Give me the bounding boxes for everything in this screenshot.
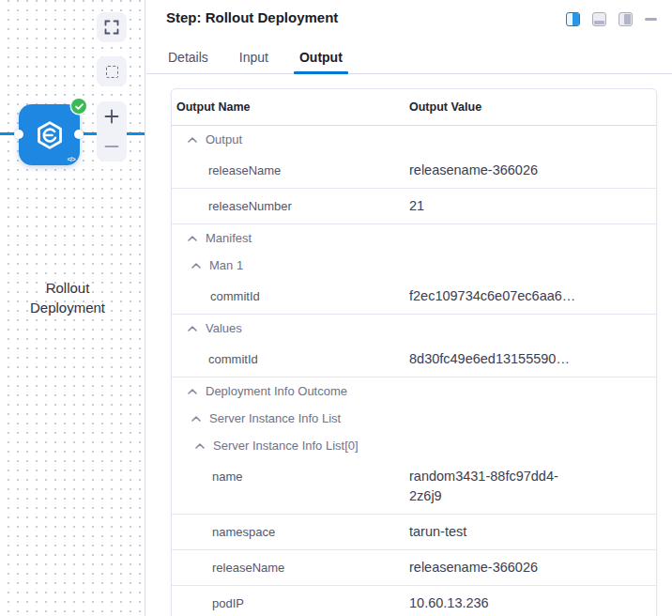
bottom-panel-icon[interactable] bbox=[592, 12, 606, 26]
node-output-port[interactable] bbox=[74, 130, 84, 139]
panel-header: Step: Rollout Deployment bbox=[146, 0, 672, 25]
collapse-chevron-icon[interactable] bbox=[188, 137, 197, 143]
output-key: podIP bbox=[172, 593, 409, 613]
output-value: releasename-366026 bbox=[409, 161, 583, 180]
step-node-rollout-deployment[interactable]: </> Rollout Deployment bbox=[19, 104, 80, 165]
code-glyph: </> bbox=[67, 156, 75, 162]
output-group-row: Man 1 bbox=[172, 252, 656, 279]
collapse-chevron-icon[interactable] bbox=[195, 443, 205, 449]
fullscreen-button[interactable] bbox=[97, 12, 127, 42]
output-group-row: Deployment Info Outcome bbox=[172, 377, 656, 405]
output-kv-row: releaseNumber21 bbox=[172, 189, 656, 224]
success-check-icon bbox=[71, 99, 86, 114]
rollout-deployment-hexagon-swirl-icon bbox=[35, 120, 65, 150]
node-label: Rollout Deployment bbox=[11, 278, 124, 317]
output-key: releaseName bbox=[172, 161, 409, 180]
node-input-port[interactable] bbox=[14, 130, 23, 139]
output-value: random3431-88fc97dd4-2z6j9 bbox=[409, 467, 583, 506]
output-table-header: Output Name Output Value bbox=[172, 89, 656, 126]
group-label: Deployment Info Outcome bbox=[206, 384, 347, 398]
group-label: Server Instance Info List[0] bbox=[213, 439, 359, 453]
output-group-row: Values bbox=[172, 315, 656, 342]
output-key: name bbox=[172, 467, 409, 486]
output-kv-row: namespacetarun-test bbox=[172, 515, 656, 550]
output-key: commitId bbox=[172, 286, 409, 306]
output-group-row: Manifest bbox=[172, 224, 656, 252]
marquee-select-icon bbox=[106, 66, 118, 78]
right-panel-icon[interactable] bbox=[619, 12, 633, 26]
group-label: Server Instance Info List bbox=[209, 411, 341, 425]
group-label: Man 1 bbox=[209, 258, 243, 272]
split-view-icon[interactable] bbox=[566, 12, 580, 26]
zoom-out-icon[interactable] bbox=[104, 139, 119, 154]
fullscreen-icon bbox=[104, 20, 119, 35]
tab-output[interactable]: Output bbox=[298, 41, 344, 73]
output-group-row: Output bbox=[172, 126, 656, 153]
collapse-chevron-icon[interactable] bbox=[191, 416, 201, 422]
output-value: 10.60.13.236 bbox=[409, 593, 583, 613]
step-details-panel: Step: Rollout Deployment DetailsInputOut… bbox=[146, 0, 672, 616]
window-controls bbox=[566, 12, 657, 26]
minimize-icon[interactable] bbox=[645, 18, 657, 21]
collapse-chevron-icon[interactable] bbox=[188, 236, 197, 241]
zoom-in-icon[interactable] bbox=[104, 109, 119, 124]
tab-input[interactable]: Input bbox=[237, 41, 270, 73]
column-header-output-name: Output Name bbox=[172, 100, 409, 114]
output-value: 8d30fc49e6ed13155590… bbox=[409, 349, 583, 369]
output-key: namespace bbox=[172, 522, 409, 542]
output-kv-row: commitId8d30fc49e6ed13155590… bbox=[172, 342, 656, 377]
output-kv-row: commitIdf2ec109734c6e07ec6aa6… bbox=[172, 279, 656, 315]
output-table-body: OutputreleaseNamereleasename-366026relea… bbox=[172, 126, 656, 616]
pipeline-canvas[interactable]: </> Rollout Deployment bbox=[0, 0, 145, 616]
group-label: Values bbox=[206, 321, 242, 335]
output-key: releaseNumber bbox=[172, 196, 409, 216]
group-label: Manifest bbox=[206, 231, 252, 245]
collapse-chevron-icon[interactable] bbox=[188, 389, 197, 394]
output-key: commitId bbox=[172, 349, 409, 369]
output-value: tarun-test bbox=[409, 522, 583, 542]
tab-details[interactable]: Details bbox=[166, 41, 210, 73]
tabbar: DetailsInputOutput bbox=[146, 41, 672, 74]
output-key: releaseName bbox=[172, 558, 409, 578]
group-label: Output bbox=[206, 132, 242, 146]
output-group-row: Server Instance Info List[0] bbox=[172, 432, 656, 459]
output-kv-row: namerandom3431-88fc97dd4-2z6j9 bbox=[172, 459, 656, 515]
zoom-controls bbox=[97, 101, 127, 162]
marquee-select-button[interactable] bbox=[97, 56, 127, 86]
output-kv-row: podIP10.60.13.236 bbox=[172, 586, 656, 616]
output-value: 21 bbox=[409, 196, 583, 216]
output-tab-content: Output Name Output Value OutputreleaseNa… bbox=[146, 74, 672, 616]
collapse-chevron-icon[interactable] bbox=[188, 326, 197, 331]
output-kv-row: releaseNamereleasename-366026 bbox=[172, 550, 656, 586]
output-table-card: Output Name Output Value OutputreleaseNa… bbox=[171, 88, 657, 616]
column-header-output-value: Output Value bbox=[409, 100, 481, 114]
output-value: releasename-366026 bbox=[409, 558, 583, 578]
output-group-row: Server Instance Info List bbox=[172, 405, 656, 432]
output-value: f2ec109734c6e07ec6aa6… bbox=[409, 286, 583, 306]
output-kv-row: releaseNamereleasename-366026 bbox=[172, 153, 656, 189]
collapse-chevron-icon[interactable] bbox=[191, 263, 201, 269]
